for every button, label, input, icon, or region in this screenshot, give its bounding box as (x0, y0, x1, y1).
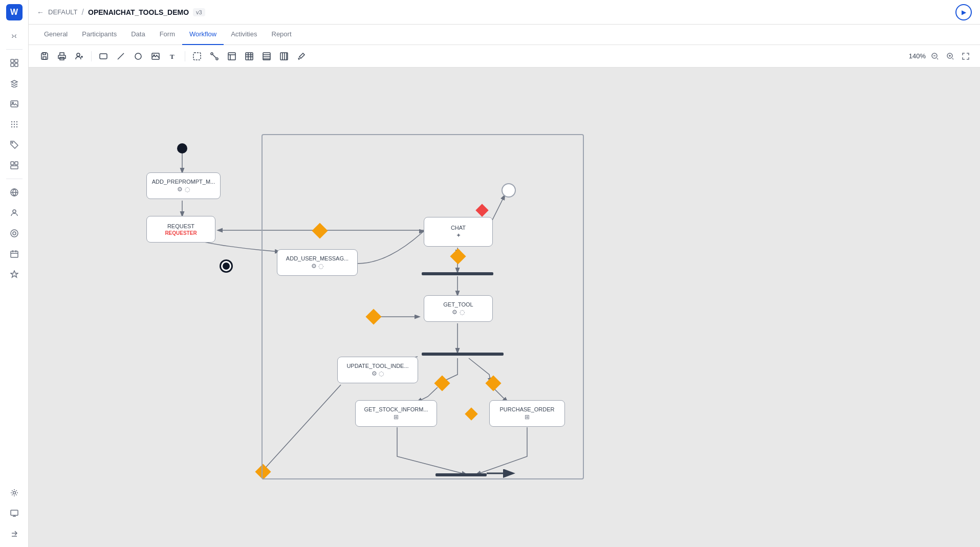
sidebar-item-dotsgrid[interactable] (5, 115, 24, 134)
swimlane-tool[interactable] (224, 49, 239, 64)
svg-rect-38 (246, 53, 253, 60)
table-tool[interactable] (242, 49, 257, 64)
eyedropper-tool[interactable] (294, 49, 309, 64)
svg-point-15 (12, 142, 13, 143)
node-purchase-order[interactable]: PURCHASE_ORDER ⊞ (489, 400, 565, 427)
print-button[interactable] (54, 49, 70, 64)
svg-rect-34 (193, 53, 201, 60)
breadcrumb-project: OPENAICHAT_TOOLS_DEMO (88, 8, 189, 16)
gateway-middle[interactable] (465, 407, 477, 420)
svg-rect-29 (100, 54, 107, 59)
zoom-control: 140% (909, 50, 972, 62)
topbar: ← DEFAULT / OPENAICHAT_TOOLS_DEMO v3 ▶ (29, 0, 980, 25)
rect-tool[interactable] (96, 49, 111, 64)
image-tool[interactable] (148, 49, 163, 64)
node-purchase-order-icon: ⊞ (525, 413, 530, 421)
select-tool[interactable] (189, 49, 205, 64)
node-get-tool[interactable]: GET_TOOL ⚙ ◌ (424, 295, 493, 322)
svg-point-10 (13, 124, 14, 125)
gateway-bottom-left[interactable] (255, 464, 271, 479)
end-node-1[interactable] (220, 259, 233, 273)
node-add-preprompt[interactable]: ADD_PREPROMPT_M... ⚙ ◌ (146, 172, 221, 199)
fullscreen-button[interactable] (960, 50, 972, 62)
sidebar-item-star[interactable] (5, 265, 24, 283)
node-update-tool-label: UPDATE_TOOL_INDE... (346, 363, 408, 369)
svg-point-14 (16, 126, 17, 127)
gateway-1[interactable] (312, 223, 328, 238)
join-bar-2 (435, 473, 487, 476)
sidebar-item-blocks[interactable] (5, 156, 24, 174)
node-get-tool-label: GET_TOOL (443, 301, 473, 308)
connect-tool[interactable] (207, 49, 222, 64)
zoom-in-button[interactable] (944, 50, 956, 62)
node-request[interactable]: REQUEST REQUESTER (146, 216, 215, 243)
node-chat[interactable]: CHAT ✦ (424, 217, 493, 247)
tab-activities[interactable]: Activities (224, 25, 264, 45)
node-get-stock-label: GET_STOCK_INFORM... (364, 406, 428, 412)
svg-rect-18 (11, 166, 18, 169)
sidebar-item-grid[interactable] (5, 54, 24, 72)
tab-workflow[interactable]: Workflow (182, 25, 224, 45)
gateway-stock[interactable] (434, 375, 450, 391)
tab-data[interactable]: Data (124, 25, 152, 45)
svg-point-12 (11, 126, 12, 127)
tab-report[interactable]: Report (265, 25, 299, 45)
join-bar-1 (422, 272, 493, 275)
gateway-red-1[interactable] (475, 204, 488, 216)
svg-point-21 (11, 230, 18, 237)
svg-point-8 (16, 121, 17, 122)
tab-general[interactable]: General (37, 25, 75, 45)
tab-form[interactable]: Form (153, 25, 182, 45)
svg-rect-37 (228, 53, 235, 60)
node-add-preprompt-icon: ⚙ ◌ (177, 186, 189, 193)
back-button[interactable]: ← (37, 8, 44, 16)
subprocess-container (262, 134, 584, 479)
sidebar-item-expand[interactable]: ›‹ (5, 27, 24, 45)
sidebar-item-tag[interactable] (5, 136, 24, 154)
workflow-canvas[interactable]: ADD_PREPROMPT_M... ⚙ ◌ REQUEST REQUESTER… (29, 68, 980, 547)
node-get-stock[interactable]: GET_STOCK_INFORM... ⊞ (355, 400, 437, 427)
htable-tool[interactable] (259, 49, 274, 64)
nav-tabs: General Participants Data Form Workflow … (29, 25, 980, 45)
svg-point-28 (77, 53, 80, 56)
app-logo[interactable]: W (6, 4, 23, 20)
sidebar-item-globe[interactable] (5, 183, 24, 202)
svg-rect-4 (11, 101, 18, 107)
gateway-purchase[interactable] (485, 375, 501, 391)
final-arrow-svg (487, 469, 517, 479)
node-request-sublabel: REQUESTER (165, 230, 197, 236)
end-node-2[interactable] (502, 183, 516, 198)
breadcrumb-separator: / (82, 8, 84, 17)
gateway-2[interactable] (450, 248, 466, 264)
sidebar-item-calendar[interactable] (5, 245, 24, 263)
node-add-user-msg-icon: ⚙ ◌ (311, 262, 323, 270)
node-add-preprompt-label: ADD_PREPROMPT_M... (152, 179, 215, 185)
play-button[interactable]: ▶ (955, 4, 972, 20)
version-badge: v3 (193, 8, 205, 16)
circle-tool[interactable] (130, 49, 146, 64)
sidebar-item-image[interactable] (5, 95, 24, 113)
tab-participants[interactable]: Participants (75, 25, 124, 45)
svg-rect-16 (11, 162, 14, 165)
gateway-loop[interactable] (365, 309, 381, 324)
node-get-stock-icon: ⊞ (394, 413, 399, 421)
node-update-tool[interactable]: UPDATE_TOOL_INDE... ⚙ ◌ (337, 357, 418, 383)
zoom-out-button[interactable] (929, 50, 941, 62)
start-node[interactable] (177, 143, 187, 154)
save-button[interactable] (37, 49, 52, 64)
add-user-button[interactable] (72, 49, 87, 64)
sidebar-item-layers[interactable] (5, 74, 24, 93)
vtable-tool[interactable] (276, 49, 292, 64)
sidebar-item-monitor[interactable] (5, 504, 24, 522)
line-tool[interactable] (113, 49, 128, 64)
text-tool[interactable]: T (165, 49, 181, 64)
svg-rect-0 (11, 59, 14, 62)
sidebar-item-settings[interactable] (5, 484, 24, 502)
sidebar-item-circledot[interactable] (5, 224, 24, 243)
zoom-level: 140% (909, 52, 926, 60)
svg-point-36 (216, 58, 218, 60)
node-add-user-msg[interactable]: ADD_USER_MESSAG... ⚙ ◌ (277, 249, 358, 276)
node-add-user-msg-label: ADD_USER_MESSAG... (286, 255, 349, 261)
sidebar-item-user[interactable] (5, 204, 24, 222)
sidebar-item-export[interactable] (5, 524, 24, 543)
